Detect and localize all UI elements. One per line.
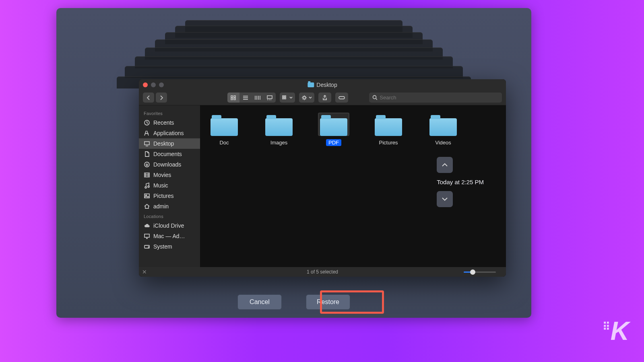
group-by-button[interactable] bbox=[280, 93, 295, 103]
folder-label: Videos bbox=[433, 139, 454, 146]
downloads-icon bbox=[144, 161, 150, 168]
back-button[interactable] bbox=[143, 93, 154, 103]
timeline-next-button[interactable] bbox=[437, 191, 453, 207]
sidebar-item-label: Documents bbox=[153, 151, 182, 157]
folder-item-pictures[interactable]: Pictures bbox=[372, 113, 405, 146]
list-view-button[interactable] bbox=[239, 93, 252, 103]
view-mode-segmented bbox=[227, 93, 276, 103]
sidebar-fav-item-admin[interactable]: admin bbox=[139, 201, 200, 212]
folder-icon bbox=[211, 118, 238, 136]
sidebar: Favorites RecentsApplicationsDesktopDocu… bbox=[139, 105, 200, 267]
svg-rect-20 bbox=[144, 234, 149, 237]
svg-point-9 bbox=[303, 97, 305, 99]
sidebar-fav-item-applications[interactable]: Applications bbox=[139, 128, 200, 138]
traffic-lights bbox=[143, 82, 164, 87]
documents-icon bbox=[144, 151, 150, 157]
zoom-slider[interactable] bbox=[464, 272, 502, 273]
sidebar-item-label: Recents bbox=[153, 119, 174, 126]
sidebar-item-label: Desktop bbox=[153, 140, 174, 147]
sidebar-fav-item-movies[interactable]: Movies bbox=[139, 170, 200, 180]
sidebar-fav-item-music[interactable]: Music bbox=[139, 180, 200, 191]
svg-point-16 bbox=[145, 187, 147, 188]
svg-rect-5 bbox=[283, 96, 284, 97]
cloud-icon bbox=[144, 222, 150, 229]
svg-rect-0 bbox=[231, 96, 233, 97]
favorites-header: Favorites bbox=[139, 109, 200, 117]
gear-icon bbox=[301, 95, 307, 101]
gallery-view-button[interactable] bbox=[264, 93, 276, 103]
svg-point-11 bbox=[373, 96, 376, 99]
folder-label: Doc bbox=[217, 139, 231, 146]
sidebar-item-label: Applications bbox=[153, 130, 184, 136]
desktop-icon bbox=[144, 140, 150, 147]
minimize-window-button[interactable] bbox=[151, 82, 156, 87]
zoom-window-button[interactable] bbox=[159, 82, 164, 87]
folder-item-images[interactable]: Images bbox=[263, 113, 295, 146]
svg-rect-3 bbox=[234, 98, 235, 100]
svg-rect-13 bbox=[144, 142, 149, 145]
chevron-up-icon bbox=[442, 162, 448, 168]
svg-rect-8 bbox=[285, 98, 286, 99]
time-machine-frame: Desktop bbox=[56, 8, 531, 318]
house-icon bbox=[144, 203, 150, 210]
share-button[interactable] bbox=[318, 93, 331, 103]
sidebar-fav-item-pictures[interactable]: Pictures bbox=[139, 191, 200, 201]
window-title: Desktop bbox=[308, 82, 337, 88]
sidebar-item-label: Downloads bbox=[153, 161, 181, 168]
action-menu-button[interactable] bbox=[299, 93, 314, 103]
timeline-label: Today at 2:25 PM bbox=[437, 179, 484, 185]
search-icon bbox=[372, 95, 377, 100]
icon-view-button[interactable] bbox=[227, 93, 239, 103]
folder-label: PDF bbox=[326, 139, 341, 146]
folder-icon bbox=[429, 118, 457, 136]
sidebar-fav-item-recents[interactable]: Recents bbox=[139, 117, 200, 128]
drive-icon bbox=[144, 243, 150, 250]
sidebar-loc-item-mac-ad-[interactable]: Mac — Ad… bbox=[139, 231, 200, 241]
svg-rect-2 bbox=[231, 98, 233, 100]
svg-rect-4 bbox=[267, 96, 272, 99]
sidebar-loc-item-system[interactable]: System bbox=[139, 241, 200, 252]
search-input[interactable] bbox=[380, 95, 499, 101]
folder-item-videos[interactable]: Videos bbox=[427, 113, 459, 146]
folder-icon bbox=[375, 118, 402, 136]
folder-icon bbox=[308, 82, 314, 87]
sidebar-item-label: Movies bbox=[153, 172, 171, 178]
forward-button[interactable] bbox=[156, 93, 167, 103]
bottom-bar: Cancel Restore bbox=[237, 294, 350, 310]
chevron-down-icon bbox=[289, 96, 293, 99]
timeline-prev-button[interactable] bbox=[437, 157, 453, 173]
sidebar-item-label: iCloud Drive bbox=[153, 222, 184, 229]
svg-rect-7 bbox=[283, 98, 284, 99]
chevron-down-icon bbox=[309, 96, 312, 99]
restore-button[interactable]: Restore bbox=[306, 294, 350, 310]
svg-rect-10 bbox=[339, 97, 345, 99]
folder-label: Images bbox=[268, 139, 290, 146]
folder-item-pdf[interactable]: PDF bbox=[318, 113, 350, 146]
cancel-button[interactable]: Cancel bbox=[237, 294, 282, 310]
folder-icon bbox=[320, 118, 347, 136]
folder-item-doc[interactable]: Doc bbox=[208, 113, 240, 146]
column-view-button[interactable] bbox=[252, 93, 264, 103]
window-title-text: Desktop bbox=[316, 82, 337, 88]
close-window-button[interactable] bbox=[143, 82, 148, 87]
tags-button[interactable] bbox=[335, 93, 348, 103]
svg-point-22 bbox=[148, 247, 149, 247]
sidebar-fav-item-desktop[interactable]: Desktop bbox=[139, 138, 200, 149]
close-quicklook-button[interactable]: ✕ bbox=[142, 269, 147, 275]
music-icon bbox=[144, 182, 150, 189]
sidebar-fav-item-downloads[interactable]: Downloads bbox=[139, 159, 200, 170]
folder-icon bbox=[265, 118, 293, 136]
share-icon bbox=[322, 95, 328, 101]
clock-icon bbox=[144, 119, 150, 126]
svg-rect-1 bbox=[234, 96, 235, 97]
movies-icon bbox=[144, 172, 150, 178]
sidebar-item-label: admin bbox=[153, 203, 169, 210]
sidebar-fav-item-documents[interactable]: Documents bbox=[139, 149, 200, 159]
selection-status: 1 of 5 selected bbox=[307, 269, 338, 275]
svg-point-17 bbox=[148, 186, 149, 187]
apps-icon bbox=[144, 130, 150, 136]
svg-rect-6 bbox=[285, 96, 286, 97]
sidebar-loc-item-icloud-drive[interactable]: iCloud Drive bbox=[139, 220, 200, 231]
sidebar-item-label: Mac — Ad… bbox=[153, 233, 185, 239]
search-field[interactable] bbox=[369, 93, 502, 103]
